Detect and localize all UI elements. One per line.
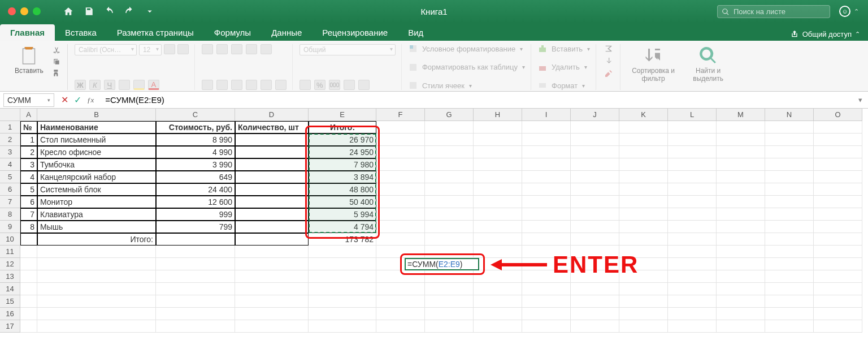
cell[interactable]	[376, 208, 425, 221]
cell[interactable]: 26 970	[309, 134, 376, 146]
delete-cells-button[interactable]: Удалить▾	[538, 63, 590, 72]
increase-indent-button[interactable]	[261, 80, 272, 90]
cell[interactable]	[668, 295, 717, 308]
cell[interactable]	[668, 283, 717, 295]
cell[interactable]: Кресло офисное	[37, 146, 156, 158]
insert-cells-button[interactable]: Вставить▾	[538, 44, 590, 53]
cell[interactable]: 7 980	[309, 158, 376, 171]
cell[interactable]	[376, 270, 425, 283]
cell[interactable]	[717, 134, 765, 146]
row-header-9[interactable]: 9	[0, 221, 20, 233]
col-header-B[interactable]: B	[37, 109, 156, 121]
cell[interactable]	[376, 146, 425, 158]
cell[interactable]	[619, 208, 668, 221]
cell[interactable]	[156, 283, 235, 295]
cell[interactable]: Монитор	[37, 196, 156, 208]
decrease-decimal-button[interactable]	[358, 80, 370, 90]
row-header-13[interactable]: 13	[0, 270, 20, 283]
cell[interactable]	[765, 158, 814, 171]
copy-icon[interactable]	[51, 58, 62, 66]
cell[interactable]	[37, 270, 156, 283]
row-header-3[interactable]: 3	[0, 146, 20, 158]
cell[interactable]	[717, 320, 765, 333]
cell[interactable]	[814, 196, 862, 208]
format-painter-icon[interactable]	[51, 69, 62, 77]
cell[interactable]	[522, 158, 571, 171]
merge-button[interactable]	[275, 80, 287, 90]
cell[interactable]	[235, 246, 309, 258]
cell[interactable]	[717, 308, 765, 320]
cell[interactable]: Канцелярский набор	[37, 171, 156, 183]
cell[interactable]	[156, 246, 235, 258]
search-input[interactable]	[717, 5, 830, 18]
fill-icon[interactable]	[603, 57, 614, 66]
autosum-icon[interactable]	[603, 44, 614, 53]
cell[interactable]	[20, 295, 37, 308]
cell[interactable]	[668, 221, 717, 233]
cell[interactable]: 7	[20, 208, 37, 221]
cell[interactable]	[571, 134, 619, 146]
cell[interactable]	[235, 295, 309, 308]
cell[interactable]: 649	[156, 171, 235, 183]
cell[interactable]	[668, 246, 717, 258]
cell[interactable]	[309, 320, 376, 333]
cell[interactable]	[20, 233, 37, 246]
col-header-E[interactable]: E	[309, 109, 376, 121]
active-edit-cell[interactable]: =СУММ(E2:E9)	[405, 258, 479, 270]
tab-insert[interactable]: Вставка	[55, 24, 107, 41]
cell[interactable]	[235, 171, 309, 183]
cell[interactable]	[235, 233, 309, 246]
col-header-G[interactable]: G	[425, 109, 474, 121]
cell[interactable]	[571, 283, 619, 295]
cell[interactable]	[668, 146, 717, 158]
cell[interactable]	[717, 121, 765, 134]
cell[interactable]: 8	[20, 221, 37, 233]
tab-home[interactable]: Главная	[0, 24, 55, 41]
cell[interactable]	[814, 171, 862, 183]
cut-icon[interactable]	[51, 46, 62, 54]
cell[interactable]	[571, 295, 619, 308]
cell[interactable]	[619, 134, 668, 146]
cell[interactable]	[474, 171, 522, 183]
percent-button[interactable]: %	[314, 80, 326, 90]
wrap-text-button[interactable]	[261, 44, 272, 54]
minimize-window-button[interactable]	[20, 7, 28, 15]
row-header-8[interactable]: 8	[0, 208, 20, 221]
col-header-N[interactable]: N	[765, 109, 814, 121]
feedback-icon[interactable]: ☺	[839, 6, 850, 17]
cell[interactable]	[765, 221, 814, 233]
confirm-formula-button[interactable]: ✓	[74, 94, 81, 105]
font-color-button[interactable]: А	[148, 80, 159, 90]
cell[interactable]: 4 794	[309, 221, 376, 233]
cell[interactable]: 8 990	[156, 134, 235, 146]
cell[interactable]: 24 400	[156, 183, 235, 196]
formula-input[interactable]	[101, 93, 853, 106]
cell[interactable]	[668, 134, 717, 146]
cell[interactable]	[668, 158, 717, 171]
cell[interactable]	[474, 308, 522, 320]
cell[interactable]	[474, 283, 522, 295]
share-button[interactable]: Общий доступ ⌃	[790, 29, 868, 41]
cell[interactable]	[522, 283, 571, 295]
cell[interactable]: 12 600	[156, 196, 235, 208]
cell[interactable]	[522, 183, 571, 196]
cell[interactable]	[474, 121, 522, 134]
align-bottom-button[interactable]	[231, 44, 242, 54]
cell[interactable]	[425, 171, 474, 183]
cell[interactable]	[717, 233, 765, 246]
cell[interactable]	[619, 295, 668, 308]
col-header-L[interactable]: L	[668, 109, 717, 121]
undo-icon[interactable]	[104, 6, 114, 16]
cell[interactable]	[425, 146, 474, 158]
cell[interactable]: 50 400	[309, 196, 376, 208]
cell[interactable]	[376, 283, 425, 295]
cell[interactable]	[717, 258, 765, 270]
row-header-4[interactable]: 4	[0, 158, 20, 171]
cell[interactable]	[20, 308, 37, 320]
cell[interactable]	[425, 320, 474, 333]
cell[interactable]	[37, 308, 156, 320]
cell[interactable]	[425, 183, 474, 196]
cell[interactable]	[668, 308, 717, 320]
align-middle-button[interactable]	[216, 44, 228, 54]
row-header-7[interactable]: 7	[0, 196, 20, 208]
